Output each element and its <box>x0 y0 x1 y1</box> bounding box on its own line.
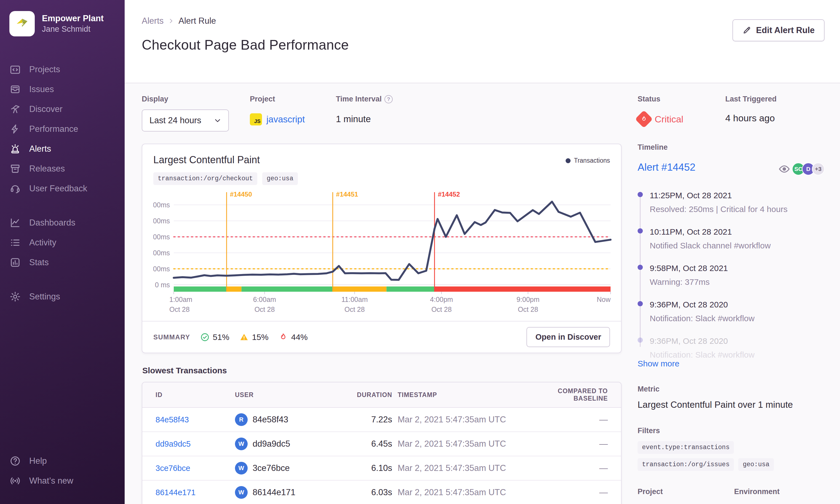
lcp-chart-card: Largest Contentful Paint transaction:/or… <box>142 144 622 353</box>
sidebar-item-user-feedback[interactable]: User Feedback <box>0 179 125 199</box>
svg-text:9:00pm: 9:00pm <box>517 295 539 303</box>
avatar: R <box>235 413 248 426</box>
svg-text:200ms: 200ms <box>153 249 170 257</box>
timeline-time: 9:36PM, Oct 28 2020 <box>650 300 825 309</box>
org-name: Empower Plant <box>42 13 104 24</box>
table-row: 84e58f43 R84e58f43 7.22s Mar 2, 2021 5:4… <box>142 408 621 432</box>
sidebar-item-label: Alerts <box>29 144 51 154</box>
timeline-dot-icon <box>638 192 643 197</box>
sidebar-item-label: Settings <box>29 292 60 302</box>
user-id: dd9a9dc5 <box>253 439 290 449</box>
breadcrumb-alerts[interactable]: Alerts <box>142 16 163 26</box>
breadcrumb-alert-rule: Alert Rule <box>178 16 216 26</box>
status-label: Status <box>638 95 725 103</box>
chart-title: Largest Contentful Paint <box>153 154 610 166</box>
left-column: Display Last 24 hours Project JS javascr… <box>142 95 622 504</box>
sidebar-item-label: Discover <box>29 104 62 114</box>
sidebar-item-activity[interactable]: Activity <box>0 233 125 253</box>
sidebar-item-releases[interactable]: Releases <box>0 159 125 179</box>
alert-14452-link[interactable]: Alert #14452 <box>638 162 696 173</box>
sidebar-item-issues[interactable]: Issues <box>0 79 125 99</box>
baseline: — <box>555 415 608 425</box>
time-interval-value: 1 minute <box>336 109 393 124</box>
sidebar-item-performance[interactable]: Performance <box>0 119 125 139</box>
user-feedback-icon <box>10 183 21 194</box>
table-header-row: ID USER DURATION TIMESTAMP COMPARED TO B… <box>142 382 621 408</box>
sidebar-footer: Help What’s new <box>0 451 125 491</box>
user-name: Jane Schmidt <box>42 24 104 34</box>
sidebar-item-discover[interactable]: Discover <box>0 99 125 119</box>
filters-label: Filters <box>638 427 825 435</box>
timeline-section: Timeline Alert #14452 SC D +3 <box>638 143 825 368</box>
eye-icon[interactable] <box>778 163 790 175</box>
avatar: W <box>235 462 248 474</box>
edit-alert-rule-button[interactable]: Edit Alert Rule <box>732 19 825 41</box>
transaction-id-link[interactable]: 86144e171 <box>156 488 235 497</box>
timeline-entry: 11:25PM, Oct 28 2021 Resolved: 250ms | C… <box>650 191 825 214</box>
sidebar-item-label: Projects <box>29 65 60 74</box>
transaction-id-link[interactable]: 3ce76bce <box>156 464 235 473</box>
alerts-icon <box>10 143 21 155</box>
filter-tag: event.type:transactions <box>638 441 734 454</box>
show-more-link[interactable]: Show more <box>638 359 679 368</box>
projects-icon <box>10 64 21 75</box>
baseline: — <box>555 463 608 473</box>
lcp-chart[interactable]: 0 ms100ms200ms300ms400ms500ms#14450#1445… <box>153 188 613 317</box>
sidebar-item-label: User Feedback <box>29 184 87 194</box>
right-column: Status Critical Last Triggered 4 hours a… <box>638 95 825 504</box>
avatar-more-count[interactable]: +3 <box>812 163 825 175</box>
last-triggered-value: 4 hours ago <box>725 109 776 124</box>
main-content: Alerts Alert Rule Checkout Page Bad Perf… <box>125 0 840 504</box>
timestamp: Mar 2, 2021 5:47:35am UTC <box>392 439 555 449</box>
timeline-entry: 10:11PM, Oct 28 2021 Notified Slack chan… <box>650 227 825 250</box>
summary-ok-value: 51% <box>213 332 229 342</box>
timestamp: Mar 2, 2021 5:47:35am UTC <box>392 463 555 473</box>
broadcast-icon <box>10 475 21 487</box>
metric-label: Metric <box>638 385 825 393</box>
page-header: Alerts Alert Rule Checkout Page Bad Perf… <box>125 0 840 83</box>
duration: 6.10s <box>345 463 392 473</box>
help-icon <box>10 455 21 467</box>
timeline-text: Notification: Slack #workflow <box>650 314 825 323</box>
timeline-text: Warning: 377ms <box>650 277 825 287</box>
transaction-id-link[interactable]: 84e58f43 <box>156 415 235 424</box>
timeline-dot-icon <box>638 265 643 270</box>
gear-icon <box>10 291 21 303</box>
sidebar-item-settings[interactable]: Settings <box>0 287 125 307</box>
sidebar-item-whats-new[interactable]: What’s new <box>0 471 125 491</box>
project-link[interactable]: javascript <box>266 114 305 125</box>
breadcrumb: Alerts Alert Rule <box>142 16 824 26</box>
timeline-time: 9:58PM, Oct 28 2021 <box>650 264 825 273</box>
sidebar-item-stats[interactable]: Stats <box>0 253 125 272</box>
timeline-dot-icon <box>638 228 643 234</box>
table-row: 86144e171 W86144e171 6.03s Mar 2, 2021 5… <box>142 481 621 504</box>
open-in-discover-button[interactable]: Open in Discover <box>526 327 610 347</box>
col-user: USER <box>235 391 345 399</box>
summary-ok: 51% <box>200 332 229 342</box>
transaction-id-link[interactable]: dd9a9dc5 <box>156 439 235 449</box>
critical-fire-icon <box>635 110 653 128</box>
display-range-dropdown[interactable]: Last 24 hours <box>142 109 229 131</box>
sidebar-item-alerts[interactable]: Alerts <box>0 139 125 159</box>
org-switcher[interactable]: Empower Plant Jane Schmidt <box>0 0 125 45</box>
sidebar-item-dashboards[interactable]: Dashboards <box>0 213 125 233</box>
status-row: Status Critical Last Triggered 4 hours a… <box>638 95 825 125</box>
summary-critical: 44% <box>279 332 308 342</box>
project-label: Project <box>250 95 336 103</box>
subscriber-avatars: SC D +3 <box>778 163 825 175</box>
slowest-transactions-table: ID USER DURATION TIMESTAMP COMPARED TO B… <box>142 382 622 504</box>
time-interval-help-icon[interactable]: ? <box>385 95 393 103</box>
summary-label: SUMMARY <box>153 333 190 341</box>
sidebar-item-help[interactable]: Help <box>0 451 125 471</box>
filter-tag: transaction:/org/issues <box>638 458 734 471</box>
chart-summary-row: SUMMARY 51% 15% 44% Open in Discover <box>142 321 621 353</box>
svg-text:300ms: 300ms <box>153 233 170 241</box>
duration: 7.22s <box>345 415 392 425</box>
project-detail-label: Project <box>638 487 734 496</box>
controls-row: Display Last 24 hours Project JS javascr… <box>142 95 622 131</box>
sidebar-item-projects[interactable]: Projects <box>0 59 125 79</box>
timeline-dot-icon <box>638 338 643 343</box>
sidebar-item-label: Stats <box>29 257 49 267</box>
environment-label: Environment <box>734 487 780 496</box>
col-id: ID <box>156 391 235 399</box>
